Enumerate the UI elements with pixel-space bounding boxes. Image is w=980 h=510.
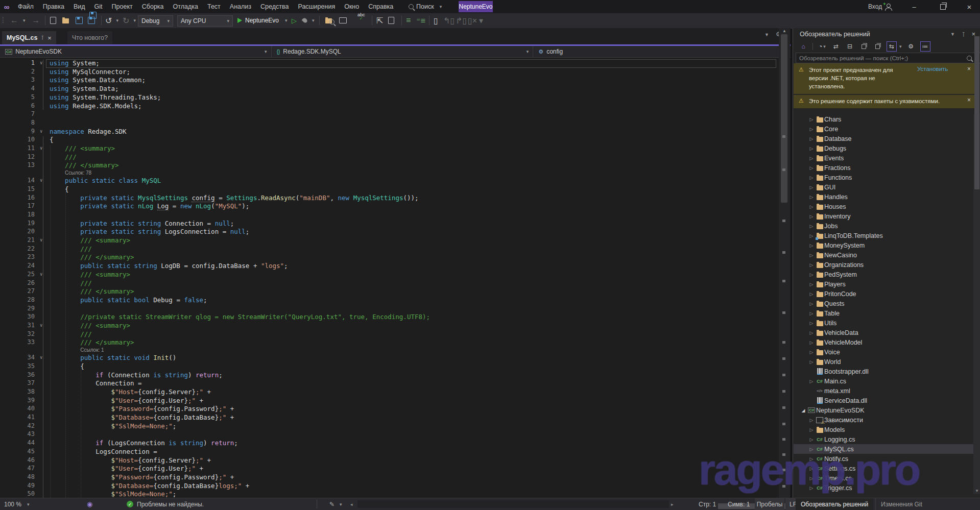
- navigate-to-button[interactable]: ↵: [388, 13, 395, 28]
- tree-item-meta-xml[interactable]: </>meta.xml: [794, 386, 978, 396]
- expand-arrow-icon[interactable]: ▷: [808, 418, 815, 423]
- scroll-right-icon[interactable]: ▸: [671, 498, 674, 510]
- code-line-4[interactable]: 4using System.Data;: [0, 85, 776, 93]
- expand-arrow-icon[interactable]: ▷: [808, 437, 815, 442]
- active-files-dropdown-icon[interactable]: ▼: [764, 32, 769, 37]
- spell-check-button[interactable]: abc ✓: [357, 13, 365, 28]
- solution-name-badge[interactable]: NeptuneEvo: [459, 1, 493, 12]
- code-line-20[interactable]: 20 private static string LogsConnection …: [0, 228, 776, 236]
- code-line-50[interactable]: 50 $"SslMode=None;";: [0, 490, 776, 498]
- code-line-42[interactable]: 42 $"SslMode=None;";: [0, 422, 776, 431]
- outlining-collapse-icon[interactable]: ∨: [40, 237, 42, 242]
- toggle-bookmark-button[interactable]: ▯: [434, 13, 438, 28]
- save-button[interactable]: [76, 13, 83, 28]
- code-line-31[interactable]: 31∨ /// <summary>: [0, 322, 776, 330]
- tree-item-handles[interactable]: ▷Handles: [794, 192, 978, 202]
- navigate-back-button[interactable]: ←▾: [10, 13, 26, 28]
- menu-средства[interactable]: Средства: [256, 0, 293, 13]
- outlining-collapse-icon[interactable]: ∨: [40, 355, 42, 360]
- tree-item-inventory[interactable]: ▷Inventory: [794, 211, 978, 221]
- code-line-17[interactable]: 17 private static nLog Log = new nLog("M…: [0, 202, 776, 211]
- code-line-9[interactable]: 9∨namespace Redage.SDK: [0, 128, 776, 136]
- expand-arrow-icon[interactable]: ▷: [808, 127, 815, 132]
- tree-item-linqtodb-templates[interactable]: ▷LinqToDB.Templates: [794, 231, 978, 240]
- collapse-all-icon[interactable]: ⊟: [845, 42, 854, 51]
- expand-arrow-icon[interactable]: ▷: [808, 175, 815, 180]
- tree-item-voice[interactable]: ▷Voice: [794, 347, 978, 357]
- codelens-references[interactable]: Ссылок: 78: [65, 170, 91, 176]
- code-line-3[interactable]: 3using System.Data.Common;: [0, 76, 776, 85]
- expand-arrow-icon[interactable]: ▷: [808, 311, 815, 316]
- menu-справка[interactable]: Справка: [364, 0, 398, 13]
- code-line-43[interactable]: 43: [0, 430, 776, 439]
- preview-selected-icon[interactable]: [873, 42, 882, 51]
- expand-arrow-icon[interactable]: ▷: [808, 224, 815, 229]
- code-line-12[interactable]: 12 ///: [0, 153, 776, 162]
- hot-reload-button[interactable]: ▾: [303, 13, 315, 28]
- tree-item-timers-cs[interactable]: ▷C#Timers.cs: [794, 473, 978, 483]
- tree-item-models[interactable]: ▷Models: [794, 425, 978, 434]
- previous-bookmark-button[interactable]: ↰▯: [443, 13, 455, 28]
- solution-configuration-dropdown[interactable]: Debug▾: [138, 15, 173, 27]
- tree-item-vehicledata[interactable]: ▷VehicleData: [794, 328, 978, 337]
- menu-правка[interactable]: Правка: [38, 0, 69, 13]
- tree-item-debugs[interactable]: ▷Debugs: [794, 143, 978, 153]
- scrollbar-thumb[interactable]: [781, 34, 787, 203]
- tab--[interactable]: Что нового?: [67, 31, 112, 44]
- expand-arrow-icon[interactable]: ▷: [808, 243, 815, 248]
- expand-arrow-icon[interactable]: ▷: [808, 340, 815, 345]
- show-all-files-icon[interactable]: ≔: [920, 41, 930, 52]
- tree-item-events[interactable]: ▷Events: [794, 153, 978, 163]
- tree-item-pedsystem[interactable]: ▷PedSystem: [794, 270, 978, 279]
- outlining-collapse-icon[interactable]: ∨: [40, 323, 42, 328]
- install-link[interactable]: Установить: [917, 66, 948, 72]
- tree-item-bootstrapper-dll[interactable]: Bootstrapper.dll: [794, 367, 978, 376]
- undo-button[interactable]: ↺▾: [105, 13, 118, 28]
- code-line-30[interactable]: 30 //private static StreamWriter qlog = …: [0, 313, 776, 322]
- code-line-7[interactable]: 7: [0, 110, 776, 119]
- panel-tab--[interactable]: Обозреватель решений: [796, 498, 873, 510]
- code-line-32[interactable]: 32 ///: [0, 330, 776, 339]
- indent-increase-icon[interactable]: ⁼≡: [416, 13, 425, 28]
- tree-item-jobs[interactable]: ▷Jobs: [794, 221, 978, 231]
- outlining-collapse-icon[interactable]: ∨: [40, 60, 42, 65]
- tree-item-chars[interactable]: ▷Chars: [794, 114, 978, 124]
- code-line-13[interactable]: 13 /// </summary>: [0, 161, 776, 170]
- code-line-15[interactable]: 15 {: [0, 185, 776, 194]
- expand-arrow-icon[interactable]: ▷: [808, 195, 815, 200]
- problems-indicator[interactable]: ✓ Проблемы не найдены.: [127, 498, 204, 510]
- sync-selection-icon[interactable]: ⇄: [831, 42, 841, 51]
- next-bookmark-button[interactable]: ↱▯: [456, 13, 467, 28]
- menu-тест[interactable]: Тест: [203, 0, 225, 13]
- expand-arrow-icon[interactable]: ▷: [808, 330, 815, 335]
- code-line-35[interactable]: 35 {: [0, 362, 776, 371]
- codelens-references[interactable]: Ссылок: 1: [80, 347, 104, 353]
- tree-item-newcasino[interactable]: ▷NewCasino: [794, 250, 978, 260]
- expand-arrow-icon[interactable]: ▷: [808, 136, 815, 141]
- tree-item-servicedata-dll[interactable]: ServiceData.dll: [794, 396, 978, 405]
- tree-item-table[interactable]: ▷Table: [794, 308, 978, 318]
- code-line-29[interactable]: 29: [0, 305, 776, 313]
- expand-arrow-icon[interactable]: ▷: [808, 262, 815, 268]
- tree-item-gui[interactable]: ▷GUI: [794, 182, 978, 192]
- find-in-files-button[interactable]: [325, 13, 334, 28]
- expand-arrow-icon[interactable]: ▷: [808, 321, 815, 326]
- breadcrumb-member[interactable]: ⚙ config: [533, 46, 791, 57]
- expand-arrow-icon[interactable]: ▷: [808, 117, 815, 122]
- expand-arrow-icon[interactable]: ▷: [808, 253, 815, 258]
- breadcrumb-project[interactable]: C# NeptuneEvoSDK ▾: [0, 46, 272, 57]
- expand-arrow-icon[interactable]: ▷: [808, 185, 815, 190]
- start-without-debugging-button[interactable]: ▷: [292, 13, 297, 28]
- code-line-40[interactable]: 40 $"Password={config.Password};" +: [0, 405, 776, 414]
- tree-item-houses[interactable]: ▷Houses: [794, 202, 978, 211]
- tree-item-trigger-cs[interactable]: ▷C#Trigger.cs: [794, 483, 978, 493]
- tree-item-vehiclemodel[interactable]: ▷VehicleModel: [794, 337, 978, 347]
- code-line-33[interactable]: 33 /// </summary>: [0, 338, 776, 347]
- code-line-8[interactable]: 8: [0, 119, 776, 128]
- expand-arrow-icon[interactable]: ▷: [808, 272, 815, 277]
- menu-расширения[interactable]: Расширения: [293, 0, 340, 13]
- document-health-icon[interactable]: ◉: [87, 498, 92, 510]
- tree-item-database[interactable]: ▷Database: [794, 134, 978, 143]
- menu-отладка[interactable]: Отладка: [169, 0, 203, 13]
- solution-platform-dropdown[interactable]: Any CPU▾: [177, 15, 233, 27]
